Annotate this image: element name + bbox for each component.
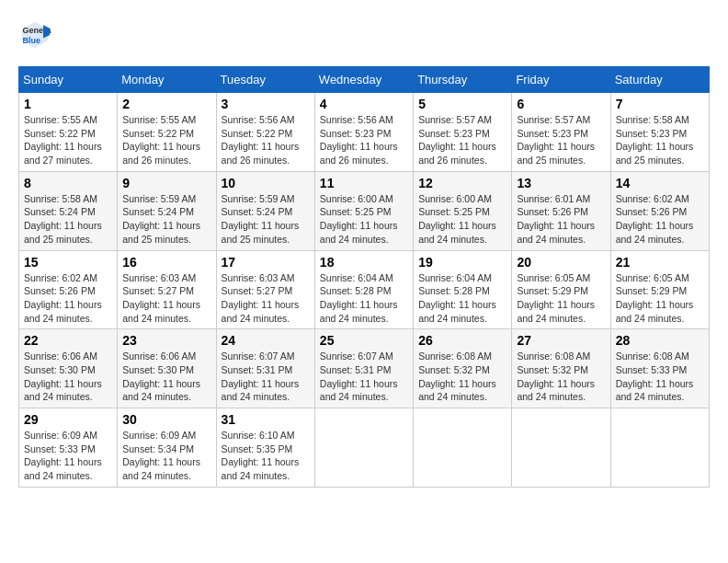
day-number: 8 [24, 176, 112, 190]
weekday-header: Tuesday [216, 67, 314, 93]
day-number: 11 [320, 176, 408, 190]
calendar-day-cell: 12 Sunrise: 6:00 AMSunset: 5:25 PMDaylig… [414, 171, 512, 250]
day-number: 5 [418, 97, 506, 111]
day-number: 4 [320, 97, 408, 111]
day-info: Sunrise: 5:56 AMSunset: 5:22 PMDaylight:… [222, 114, 300, 166]
day-info: Sunrise: 5:56 AMSunset: 5:23 PMDaylight:… [320, 114, 398, 166]
day-number: 9 [122, 176, 210, 190]
day-number: 7 [616, 97, 704, 111]
calendar-week-row: 22 Sunrise: 6:06 AMSunset: 5:30 PMDaylig… [19, 329, 710, 408]
day-number: 18 [320, 255, 408, 270]
calendar-day-cell: 23 Sunrise: 6:06 AMSunset: 5:30 PMDaylig… [118, 329, 216, 408]
calendar-day-cell: 9 Sunrise: 5:59 AMSunset: 5:24 PMDayligh… [118, 171, 216, 250]
logo-icon: General Blue [18, 18, 51, 52]
logo: General Blue [18, 18, 55, 52]
calendar-day-cell: 14 Sunrise: 6:02 AMSunset: 5:26 PMDaylig… [610, 171, 709, 250]
day-number: 20 [517, 255, 605, 270]
calendar-day-cell: 11 Sunrise: 6:00 AMSunset: 5:25 PMDaylig… [314, 171, 413, 250]
day-number: 14 [616, 176, 704, 190]
day-number: 3 [222, 97, 310, 111]
day-info: Sunrise: 6:06 AMSunset: 5:30 PMDaylight:… [122, 350, 200, 402]
calendar-day-cell: 3 Sunrise: 5:56 AMSunset: 5:22 PMDayligh… [216, 93, 314, 172]
calendar-day-cell [414, 408, 512, 488]
day-number: 6 [517, 97, 605, 111]
calendar-day-cell: 16 Sunrise: 6:03 AMSunset: 5:27 PMDaylig… [118, 250, 216, 329]
calendar-week-row: 15 Sunrise: 6:02 AMSunset: 5:26 PMDaylig… [19, 250, 710, 329]
calendar-day-cell [610, 408, 709, 488]
day-number: 26 [418, 333, 506, 348]
day-number: 1 [24, 97, 112, 111]
calendar-week-row: 8 Sunrise: 5:58 AMSunset: 5:24 PMDayligh… [19, 171, 710, 250]
day-number: 22 [24, 333, 112, 348]
calendar-day-cell: 29 Sunrise: 6:09 AMSunset: 5:33 PMDaylig… [19, 408, 118, 488]
day-number: 2 [122, 97, 210, 111]
calendar-day-cell: 26 Sunrise: 6:08 AMSunset: 5:32 PMDaylig… [414, 329, 512, 408]
calendar-day-cell: 25 Sunrise: 6:07 AMSunset: 5:31 PMDaylig… [314, 329, 413, 408]
day-number: 13 [517, 176, 605, 190]
svg-text:Blue: Blue [23, 36, 41, 45]
weekday-header: Sunday [19, 67, 118, 93]
day-number: 15 [24, 255, 112, 270]
day-info: Sunrise: 6:03 AMSunset: 5:27 PMDaylight:… [122, 272, 200, 324]
day-number: 17 [222, 255, 310, 270]
day-info: Sunrise: 6:09 AMSunset: 5:33 PMDaylight:… [24, 430, 102, 481]
day-number: 10 [222, 176, 310, 190]
calendar-day-cell: 8 Sunrise: 5:58 AMSunset: 5:24 PMDayligh… [19, 171, 118, 250]
day-info: Sunrise: 6:04 AMSunset: 5:28 PMDaylight:… [320, 272, 398, 324]
day-info: Sunrise: 6:05 AMSunset: 5:29 PMDaylight:… [517, 272, 595, 324]
day-info: Sunrise: 6:07 AMSunset: 5:31 PMDaylight:… [222, 350, 300, 402]
day-info: Sunrise: 5:58 AMSunset: 5:23 PMDaylight:… [616, 114, 694, 166]
day-info: Sunrise: 6:03 AMSunset: 5:27 PMDaylight:… [222, 272, 300, 324]
day-info: Sunrise: 6:05 AMSunset: 5:29 PMDaylight:… [616, 272, 694, 324]
day-number: 21 [616, 255, 704, 270]
day-info: Sunrise: 5:59 AMSunset: 5:24 PMDaylight:… [222, 193, 300, 245]
day-number: 19 [418, 255, 506, 270]
day-info: Sunrise: 5:55 AMSunset: 5:22 PMDaylight:… [122, 114, 200, 166]
calendar-day-cell: 22 Sunrise: 6:06 AMSunset: 5:30 PMDaylig… [19, 329, 118, 408]
day-info: Sunrise: 6:02 AMSunset: 5:26 PMDaylight:… [616, 193, 694, 245]
day-number: 27 [517, 333, 605, 348]
calendar-day-cell: 6 Sunrise: 5:57 AMSunset: 5:23 PMDayligh… [512, 93, 610, 172]
weekday-header: Monday [118, 67, 216, 93]
calendar-day-cell: 28 Sunrise: 6:08 AMSunset: 5:33 PMDaylig… [610, 329, 709, 408]
day-info: Sunrise: 6:08 AMSunset: 5:32 PMDaylight:… [418, 350, 496, 402]
weekday-header: Friday [512, 67, 610, 93]
day-info: Sunrise: 6:08 AMSunset: 5:33 PMDaylight:… [616, 350, 694, 402]
day-number: 12 [418, 176, 506, 190]
day-info: Sunrise: 6:09 AMSunset: 5:34 PMDaylight:… [122, 430, 200, 481]
day-info: Sunrise: 6:06 AMSunset: 5:30 PMDaylight:… [24, 350, 102, 402]
day-info: Sunrise: 5:57 AMSunset: 5:23 PMDaylight:… [517, 114, 595, 166]
calendar-day-cell: 30 Sunrise: 6:09 AMSunset: 5:34 PMDaylig… [118, 408, 216, 488]
day-info: Sunrise: 6:00 AMSunset: 5:25 PMDaylight:… [320, 193, 398, 245]
day-number: 25 [320, 333, 408, 348]
day-info: Sunrise: 6:00 AMSunset: 5:25 PMDaylight:… [418, 193, 496, 245]
calendar-day-cell: 27 Sunrise: 6:08 AMSunset: 5:32 PMDaylig… [512, 329, 610, 408]
day-info: Sunrise: 5:57 AMSunset: 5:23 PMDaylight:… [418, 114, 496, 166]
day-number: 28 [616, 333, 704, 348]
calendar-day-cell: 15 Sunrise: 6:02 AMSunset: 5:26 PMDaylig… [19, 250, 118, 329]
day-number: 24 [222, 333, 310, 348]
day-info: Sunrise: 6:08 AMSunset: 5:32 PMDaylight:… [517, 350, 595, 402]
calendar-day-cell: 1 Sunrise: 5:55 AMSunset: 5:22 PMDayligh… [19, 93, 118, 172]
calendar-day-cell: 24 Sunrise: 6:07 AMSunset: 5:31 PMDaylig… [216, 329, 314, 408]
weekday-header: Thursday [414, 67, 512, 93]
weekday-header: Wednesday [314, 67, 413, 93]
day-info: Sunrise: 6:07 AMSunset: 5:31 PMDaylight:… [320, 350, 398, 402]
calendar-day-cell: 18 Sunrise: 6:04 AMSunset: 5:28 PMDaylig… [314, 250, 413, 329]
calendar-day-cell: 5 Sunrise: 5:57 AMSunset: 5:23 PMDayligh… [414, 93, 512, 172]
day-info: Sunrise: 6:10 AMSunset: 5:35 PMDaylight:… [222, 430, 300, 481]
calendar-day-cell: 4 Sunrise: 5:56 AMSunset: 5:23 PMDayligh… [314, 93, 413, 172]
day-number: 16 [122, 255, 210, 270]
calendar-week-row: 1 Sunrise: 5:55 AMSunset: 5:22 PMDayligh… [19, 93, 710, 172]
calendar-day-cell: 31 Sunrise: 6:10 AMSunset: 5:35 PMDaylig… [216, 408, 314, 488]
calendar-day-cell [512, 408, 610, 488]
day-info: Sunrise: 5:58 AMSunset: 5:24 PMDaylight:… [24, 193, 102, 245]
calendar-day-cell: 17 Sunrise: 6:03 AMSunset: 5:27 PMDaylig… [216, 250, 314, 329]
day-info: Sunrise: 5:55 AMSunset: 5:22 PMDaylight:… [24, 114, 102, 166]
calendar-table: SundayMondayTuesdayWednesdayThursdayFrid… [18, 66, 710, 488]
calendar-day-cell: 2 Sunrise: 5:55 AMSunset: 5:22 PMDayligh… [118, 93, 216, 172]
calendar-day-cell: 20 Sunrise: 6:05 AMSunset: 5:29 PMDaylig… [512, 250, 610, 329]
day-info: Sunrise: 6:02 AMSunset: 5:26 PMDaylight:… [24, 272, 102, 324]
calendar-day-cell: 10 Sunrise: 5:59 AMSunset: 5:24 PMDaylig… [216, 171, 314, 250]
page-header: General Blue [18, 18, 710, 52]
